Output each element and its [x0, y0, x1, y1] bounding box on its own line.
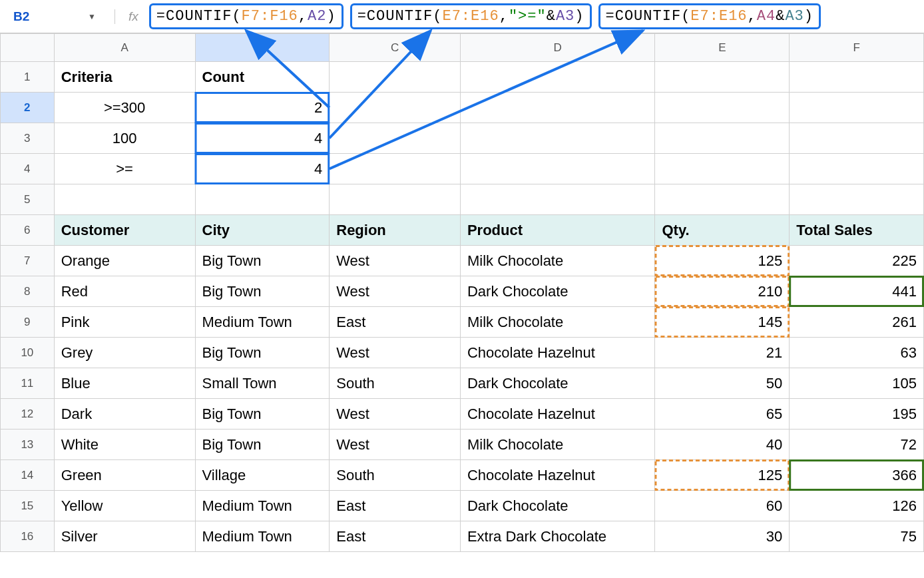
cell[interactable]: 195	[790, 399, 924, 430]
cell[interactable]: 100	[54, 123, 195, 154]
cell[interactable]: Orange	[54, 246, 195, 276]
cell[interactable]: West	[330, 276, 461, 307]
cell[interactable]: 21	[655, 338, 790, 368]
cell[interactable]: West	[330, 399, 461, 430]
row-header[interactable]: 3	[1, 123, 55, 154]
row-header[interactable]: 6	[1, 215, 55, 246]
cell[interactable]	[330, 93, 461, 123]
row-header[interactable]: 5	[1, 184, 55, 215]
cell[interactable]	[655, 93, 790, 123]
cell[interactable]: 126	[790, 491, 924, 521]
cell[interactable]	[460, 184, 655, 215]
cell[interactable]: Big Town	[195, 399, 330, 430]
cell[interactable]: Milk Chocolate	[460, 246, 655, 276]
cell[interactable]: Pink	[54, 307, 195, 338]
cell-E9[interactable]: 145	[655, 307, 790, 338]
cell[interactable]: Total Sales	[790, 215, 924, 246]
select-all-corner[interactable]	[1, 34, 55, 62]
cell[interactable]: Extra Dark Chocolate	[460, 521, 655, 552]
cell[interactable]: Dark Chocolate	[460, 368, 655, 399]
cell[interactable]: Blue	[54, 368, 195, 399]
cell[interactable]	[195, 184, 330, 215]
cell[interactable]: Yellow	[54, 491, 195, 521]
cell[interactable]	[460, 93, 655, 123]
cell-F8[interactable]: 441	[790, 276, 924, 307]
cell[interactable]: >=300	[54, 93, 195, 123]
col-header-F[interactable]: F	[790, 34, 924, 62]
cell[interactable]: Medium Town	[195, 491, 330, 521]
cell[interactable]: East	[330, 521, 461, 552]
row-header[interactable]: 4	[1, 154, 55, 184]
cell[interactable]: Criteria	[54, 62, 195, 93]
cell[interactable]: City	[195, 215, 330, 246]
cell[interactable]: West	[330, 430, 461, 460]
cell[interactable]	[54, 184, 195, 215]
cell[interactable]	[460, 154, 655, 184]
cell[interactable]	[655, 154, 790, 184]
cell[interactable]: 50	[655, 368, 790, 399]
cell[interactable]: 65	[655, 399, 790, 430]
col-header-B[interactable]: B	[195, 34, 330, 62]
cell[interactable]	[330, 184, 461, 215]
cell-B4[interactable]: 4	[195, 154, 330, 184]
row-header[interactable]: 14	[1, 460, 55, 491]
name-box[interactable]: B2 ▼	[8, 7, 101, 27]
cell[interactable]: Silver	[54, 521, 195, 552]
cell[interactable]: 105	[790, 368, 924, 399]
cell[interactable]	[790, 154, 924, 184]
cell[interactable]: Chocolate Hazelnut	[460, 460, 655, 491]
cell-E7[interactable]: 125	[655, 246, 790, 276]
cell[interactable]: Customer	[54, 215, 195, 246]
row-header[interactable]: 10	[1, 338, 55, 368]
row-header[interactable]: 1	[1, 62, 55, 93]
row-header[interactable]: 9	[1, 307, 55, 338]
row-header[interactable]: 12	[1, 399, 55, 430]
row-header[interactable]: 15	[1, 491, 55, 521]
row-header[interactable]: 8	[1, 276, 55, 307]
cell[interactable]	[330, 62, 461, 93]
cell[interactable]	[790, 123, 924, 154]
col-header-D[interactable]: D	[460, 34, 655, 62]
cell[interactable]: East	[330, 307, 461, 338]
cell[interactable]: Count	[195, 62, 330, 93]
cell[interactable]: West	[330, 246, 461, 276]
cell[interactable]: >=	[54, 154, 195, 184]
cell[interactable]: East	[330, 491, 461, 521]
cell[interactable]: Chocolate Hazelnut	[460, 399, 655, 430]
cell[interactable]: 75	[790, 521, 924, 552]
col-header-E[interactable]: E	[655, 34, 790, 62]
spreadsheet-grid[interactable]: A B C D E F 1 Criteria Count 2 >=300 2	[0, 33, 924, 552]
cell[interactable]: 225	[790, 246, 924, 276]
cell[interactable]: 60	[655, 491, 790, 521]
cell[interactable]: 40	[655, 430, 790, 460]
cell[interactable]	[330, 123, 461, 154]
cell-F14[interactable]: 366	[790, 460, 924, 491]
cell[interactable]: Milk Chocolate	[460, 307, 655, 338]
cell-B2[interactable]: 2	[195, 93, 330, 123]
col-header-C[interactable]: C	[330, 34, 461, 62]
cell[interactable]: Dark Chocolate	[460, 491, 655, 521]
row-header[interactable]: 7	[1, 246, 55, 276]
cell[interactable]: Big Town	[195, 276, 330, 307]
cell[interactable]: Big Town	[195, 246, 330, 276]
cell[interactable]	[460, 62, 655, 93]
cell[interactable]: Qty.	[655, 215, 790, 246]
cell[interactable]: 63	[790, 338, 924, 368]
cell[interactable]: Chocolate Hazelnut	[460, 338, 655, 368]
cell[interactable]: Milk Chocolate	[460, 430, 655, 460]
cell[interactable]: Village	[195, 460, 330, 491]
cell[interactable]	[655, 62, 790, 93]
cell[interactable]: White	[54, 430, 195, 460]
cell[interactable]: 72	[790, 430, 924, 460]
cell[interactable]: Product	[460, 215, 655, 246]
cell[interactable]: Grey	[54, 338, 195, 368]
col-header-A[interactable]: A	[54, 34, 195, 62]
cell[interactable]: Medium Town	[195, 307, 330, 338]
cell[interactable]: Region	[330, 215, 461, 246]
cell[interactable]: Green	[54, 460, 195, 491]
row-header[interactable]: 13	[1, 430, 55, 460]
cell[interactable]: 30	[655, 521, 790, 552]
cell[interactable]: South	[330, 368, 461, 399]
cell[interactable]: Dark	[54, 399, 195, 430]
cell[interactable]: Small Town	[195, 368, 330, 399]
